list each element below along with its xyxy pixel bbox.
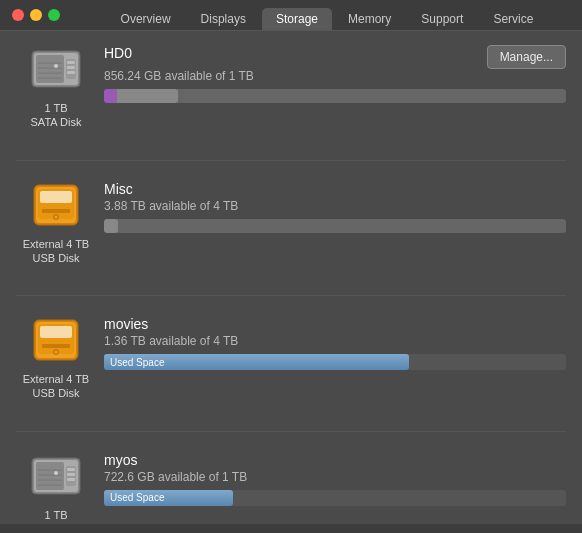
disk-header-movies: movies <box>104 316 566 334</box>
used-space-label-movies: Used Space <box>110 357 164 368</box>
svg-rect-8 <box>67 61 75 64</box>
svg-rect-28 <box>36 462 64 490</box>
disk-label-hd0: 1 TBSATA Disk <box>31 101 82 130</box>
progress-fill-misc <box>104 219 118 233</box>
separator-movies <box>16 431 566 432</box>
disk-header-misc: Misc <box>104 181 566 199</box>
disk-icon-area-misc: External 4 TBUSB Disk <box>16 177 96 266</box>
svg-rect-23 <box>42 344 70 348</box>
disk-header-myos: myos <box>104 452 566 470</box>
svg-rect-9 <box>67 66 75 69</box>
svg-rect-15 <box>40 191 72 203</box>
tab-support[interactable]: Support <box>407 8 477 30</box>
svg-rect-22 <box>40 326 72 338</box>
tab-memory[interactable]: Memory <box>334 8 405 30</box>
disk-info-hd0: HD0 Manage... 856.24 GB available of 1 T… <box>96 41 566 103</box>
disk-header-hd0: HD0 Manage... <box>104 45 566 69</box>
disk-info-misc: Misc 3.88 TB available of 4 TB <box>96 177 566 233</box>
disk-name-myos: myos <box>104 452 137 468</box>
used-space-bar-myos: Used Space <box>104 490 566 506</box>
svg-rect-16 <box>42 209 70 213</box>
manage-button-hd0[interactable]: Manage... <box>487 45 566 69</box>
disk-info-myos: myos 722.6 GB available of 1 TB Used Spa… <box>96 448 566 506</box>
tab-bar: OverviewDisplaysStorageMemorySupportServ… <box>72 8 582 30</box>
disk-avail-misc: 3.88 TB available of 4 TB <box>104 199 566 213</box>
disk-avail-myos: 722.6 GB available of 1 TB <box>104 470 566 484</box>
svg-rect-36 <box>67 478 75 481</box>
svg-rect-10 <box>67 71 75 74</box>
disk-icon-myos <box>28 448 84 504</box>
storage-content: 1 TBSATA Disk HD0 Manage... 856.24 GB av… <box>0 31 582 524</box>
disk-label-movies: External 4 TBUSB Disk <box>23 372 89 401</box>
disk-name-hd0: HD0 <box>104 45 132 61</box>
disk-icon-hd0 <box>28 41 84 97</box>
svg-point-25 <box>55 351 58 354</box>
svg-point-11 <box>54 64 58 68</box>
disk-label-myos: 1 TB <box>44 508 67 522</box>
disk-avail-movies: 1.36 TB available of 4 TB <box>104 334 566 348</box>
tab-service[interactable]: Service <box>479 8 547 30</box>
disk-item-hd0: 1 TBSATA Disk HD0 Manage... 856.24 GB av… <box>16 41 566 140</box>
maximize-button[interactable] <box>48 9 60 21</box>
progress-bar-misc <box>104 219 566 233</box>
progress-bar-hd0 <box>104 89 566 103</box>
disk-name-misc: Misc <box>104 181 133 197</box>
separator-misc <box>16 295 566 296</box>
close-button[interactable] <box>12 9 24 21</box>
disk-item-misc: External 4 TBUSB Disk Misc 3.88 TB avail… <box>16 177 566 276</box>
tab-storage[interactable]: Storage <box>262 8 332 30</box>
used-space-fill-myos: Used Space <box>104 490 233 506</box>
tab-displays[interactable]: Displays <box>187 8 260 30</box>
disk-icon-area-movies: External 4 TBUSB Disk <box>16 312 96 401</box>
svg-rect-34 <box>67 468 75 471</box>
minimize-button[interactable] <box>30 9 42 21</box>
separator-hd0 <box>16 160 566 161</box>
traffic-lights <box>0 9 72 21</box>
used-space-fill-movies: Used Space <box>104 354 409 370</box>
disk-item-movies: External 4 TBUSB Disk movies 1.36 TB ava… <box>16 312 566 411</box>
tab-overview[interactable]: Overview <box>107 8 185 30</box>
used-space-bar-movies: Used Space <box>104 354 566 370</box>
titlebar: OverviewDisplaysStorageMemorySupportServ… <box>0 0 582 31</box>
disk-icon-misc <box>28 177 84 233</box>
disk-label-misc: External 4 TBUSB Disk <box>23 237 89 266</box>
svg-rect-35 <box>67 473 75 476</box>
disk-item-myos: 1 TB myos 722.6 GB available of 1 TB Use… <box>16 448 566 524</box>
used-space-label-myos: Used Space <box>110 492 164 503</box>
svg-rect-2 <box>36 55 64 83</box>
disk-avail-hd0: 856.24 GB available of 1 TB <box>104 69 566 83</box>
disk-name-movies: movies <box>104 316 148 332</box>
disk-icon-movies <box>28 312 84 368</box>
disk-info-movies: movies 1.36 TB available of 4 TB Used Sp… <box>96 312 566 370</box>
disk-icon-area-myos: 1 TB <box>16 448 96 522</box>
progress-fill-hd0 <box>104 89 178 103</box>
svg-point-18 <box>55 215 58 218</box>
svg-point-37 <box>54 471 58 475</box>
disk-icon-area-hd0: 1 TBSATA Disk <box>16 41 96 130</box>
